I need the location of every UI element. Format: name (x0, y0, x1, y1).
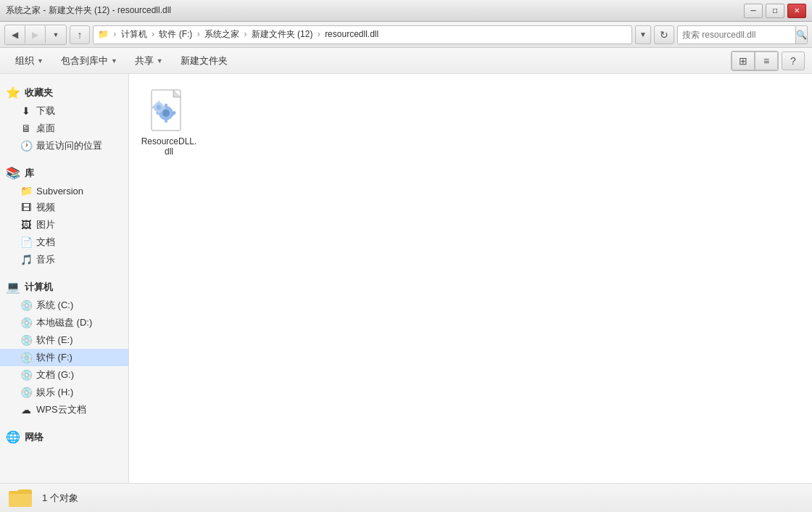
organize-arrow-icon: ▼ (37, 57, 44, 65)
desktop-label: 桌面 (36, 122, 55, 135)
forward-button[interactable]: ▶ (25, 25, 46, 44)
network-icon: 🌐 (6, 430, 20, 444)
computer-label: 计算机 (25, 281, 53, 294)
drive-e-label: 软件 (E:) (36, 334, 73, 347)
desktop-icon: 🖥 (20, 123, 32, 134)
sidebar-item-drive-g[interactable]: 💿 文档 (G:) (0, 366, 128, 384)
status-text: 1 个对象 (42, 492, 78, 505)
sidebar-item-download[interactable]: ⬇ 下载 (0, 102, 128, 120)
download-label: 下载 (36, 104, 55, 117)
help-button[interactable]: ? (782, 51, 805, 70)
svg-rect-15 (158, 101, 160, 104)
network-label: 网络 (25, 431, 44, 444)
wps-cloud-label: WPS云文档 (36, 403, 86, 416)
maximize-button[interactable]: □ (766, 4, 784, 18)
close-button[interactable]: ✕ (787, 4, 806, 18)
video-label: 视频 (36, 201, 55, 214)
address-dropdown-button[interactable]: ▼ (635, 25, 651, 44)
search-input[interactable] (678, 30, 795, 40)
recent-icon: 🕐 (20, 140, 32, 152)
drive-h-label: 娱乐 (H:) (36, 386, 73, 399)
refresh-button[interactable]: ↻ (654, 25, 674, 44)
sidebar-item-drive-h[interactable]: 💿 娱乐 (H:) (0, 384, 128, 401)
title-bar-buttons: ─ □ ✕ (744, 4, 806, 18)
subversion-label: Subversion (36, 186, 83, 197)
sidebar-item-drive-f[interactable]: 💿 软件 (F:) (0, 349, 128, 366)
svg-rect-7 (165, 119, 167, 123)
back-button[interactable]: ◀ (5, 25, 25, 44)
svg-point-14 (157, 105, 162, 110)
view-buttons: ⊞ ≡ (731, 51, 779, 71)
dll-file-icon (146, 87, 192, 133)
subversion-folder-icon: 📁 (20, 185, 32, 197)
documents-icon: 📄 (20, 236, 32, 248)
sidebar-item-drive-e[interactable]: 💿 软件 (E:) (0, 331, 128, 349)
sidebar-item-drive-d[interactable]: 💿 本地磁盘 (D:) (0, 314, 128, 331)
share-arrow-icon: ▼ (157, 57, 163, 65)
share-button[interactable]: 共享 ▼ (127, 51, 171, 71)
address-bar: ◀ ▶ ▼ ↑ 📁 › 计算机 › 软件 (F:) › 系统之家 › 新建文件夹… (0, 22, 812, 48)
search-button[interactable]: 🔍 (795, 26, 807, 44)
drive-d-icon: 💿 (20, 317, 32, 329)
title-bar-text: 系统之家 - 新建文件夹 (12) - resourcedll.dll (6, 4, 171, 17)
toolbar: 组织 ▼ 包含到库中 ▼ 共享 ▼ 新建文件夹 ⊞ ≡ ? (0, 48, 812, 74)
new-folder-button[interactable]: 新建文件夹 (173, 51, 236, 71)
organize-label: 组织 (15, 54, 34, 67)
sidebar-item-video[interactable]: 🎞 视频 (0, 199, 128, 216)
drive-c-icon: 💿 (20, 300, 32, 311)
share-label: 共享 (135, 54, 154, 67)
recent-label: 最近访问的位置 (36, 139, 102, 152)
music-label: 音乐 (36, 253, 55, 266)
include-library-arrow-icon: ▼ (111, 57, 117, 65)
sidebar-item-recent[interactable]: 🕐 最近访问的位置 (0, 137, 128, 154)
sidebar-item-music[interactable]: 🎵 音乐 (0, 251, 128, 268)
address-path-container[interactable]: 📁 › 计算机 › 软件 (F:) › 系统之家 › 新建文件夹 (12) › … (93, 25, 632, 44)
status-bar: 1 个对象 (0, 483, 812, 512)
documents-label: 文档 (36, 236, 55, 249)
favorites-icon: ⭐ (6, 86, 20, 99)
drive-f-icon: 💿 (20, 352, 32, 363)
view-mode-button[interactable]: ⊞ (732, 51, 755, 70)
include-library-label: 包含到库中 (61, 54, 108, 67)
sidebar-item-pictures[interactable]: 🖼 图片 (0, 216, 128, 234)
wps-cloud-icon: ☁ (20, 404, 32, 416)
sidebar-item-wps-cloud[interactable]: ☁ WPS云文档 (0, 401, 128, 418)
computer-icon: 💻 (6, 280, 20, 294)
drive-e-icon: 💿 (20, 334, 32, 346)
dropdown-button[interactable]: ▼ (46, 25, 66, 44)
favorites-label: 收藏夹 (25, 86, 53, 99)
svg-rect-16 (158, 111, 160, 114)
drive-h-icon: 💿 (20, 387, 32, 398)
include-library-button[interactable]: 包含到库中 ▼ (53, 51, 125, 71)
drive-g-label: 文档 (G:) (36, 368, 74, 381)
video-icon: 🎞 (20, 202, 32, 213)
sidebar-item-documents[interactable]: 📄 文档 (0, 234, 128, 251)
nav-button-group: ◀ ▶ ▼ (4, 25, 67, 45)
sidebar-item-subversion[interactable]: 📁 Subversion (0, 183, 128, 199)
sidebar: ⭐ 收藏夹 ⬇ 下载 🖥 桌面 🕐 最近访问的位置 📚 库 📁 Subversi… (0, 74, 129, 483)
address-path: 📁 › 计算机 › 软件 (F:) › 系统之家 › 新建文件夹 (12) › … (98, 28, 378, 41)
sidebar-item-desktop[interactable]: 🖥 桌面 (0, 120, 128, 137)
status-folder-icon (7, 485, 33, 511)
new-folder-label: 新建文件夹 (181, 54, 228, 67)
svg-point-5 (162, 110, 170, 117)
sidebar-item-drive-c[interactable]: 💿 系统 (C:) (0, 297, 128, 314)
file-area[interactable]: ResourceDLL.dll (129, 74, 812, 483)
download-icon: ⬇ (20, 105, 32, 117)
library-section-header: 📚 库 (0, 163, 128, 183)
library-icon: 📚 (6, 166, 20, 180)
title-bar: 系统之家 - 新建文件夹 (12) - resourcedll.dll ─ □ … (0, 0, 812, 22)
toolbar-right: ⊞ ≡ ? (731, 51, 805, 71)
network-section-header[interactable]: 🌐 网络 (0, 427, 128, 447)
file-name-dll: ResourceDLL.dll (139, 136, 199, 157)
pictures-icon: 🖼 (20, 219, 32, 231)
organize-button[interactable]: 组织 ▼ (7, 51, 51, 71)
up-button[interactable]: ↑ (70, 25, 90, 44)
computer-section-header: 💻 计算机 (0, 277, 128, 297)
drive-g-icon: 💿 (20, 369, 32, 381)
file-item-dll[interactable]: ResourceDLL.dll (136, 81, 202, 162)
minimize-button[interactable]: ─ (744, 4, 763, 18)
pictures-label: 图片 (36, 218, 55, 231)
main-area: ⭐ 收藏夹 ⬇ 下载 🖥 桌面 🕐 最近访问的位置 📚 库 📁 Subversi… (0, 74, 812, 483)
details-view-button[interactable]: ≡ (755, 51, 778, 70)
